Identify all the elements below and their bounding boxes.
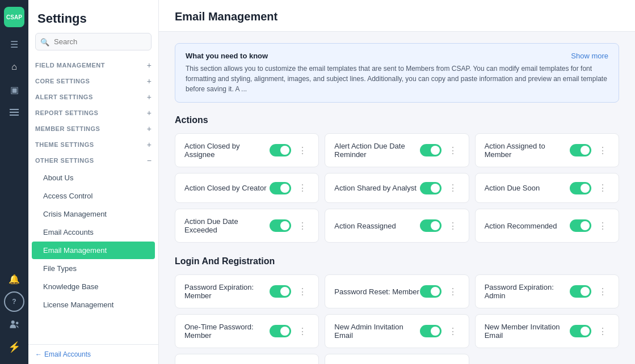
page-title: Email Management — [175, 10, 619, 23]
card-action-assigned-member: Action Assigned to Member ⋮ — [475, 133, 619, 167]
card-label: Action Closed by Creator — [184, 184, 267, 192]
svg-rect-0 — [10, 109, 19, 110]
three-dot-action-closed-creator[interactable]: ⋮ — [296, 181, 309, 194]
sidebar-section-other-settings[interactable]: OTHER SETTINGS − — [28, 153, 158, 168]
toggle-action-shared-analyst[interactable] — [420, 182, 441, 194]
card-password-expiration-member: Password Expiration: Member ⋮ — [175, 274, 319, 308]
sidebar-item-access-control[interactable]: Access Control — [32, 187, 155, 205]
three-dot-password-expiration-member[interactable]: ⋮ — [296, 285, 309, 298]
card-controls: ⋮ — [420, 181, 460, 194]
toggle-password-expiration-admin[interactable] — [570, 285, 591, 298]
card-label: Password Expiration: Member — [184, 283, 270, 300]
card-controls: ⋮ — [420, 219, 460, 232]
bell-nav-icon[interactable]: 🔔 — [4, 269, 24, 289]
three-dot-action-due-soon[interactable]: ⋮ — [596, 181, 609, 194]
field-management-label: FIELD MANAGEMENT — [35, 62, 105, 69]
toggle-action-reassigned[interactable] — [420, 219, 441, 232]
card-alert-action-due-date: Alert Action Due Date Reminder ⋮ — [325, 133, 469, 167]
sidebar-item-about-us[interactable]: About Us — [32, 169, 155, 187]
home-nav-icon[interactable]: ⌂ — [4, 57, 24, 77]
card-otp-member: One-Time Password: Member ⋮ — [175, 314, 319, 348]
login-section-title: Login And Registration — [175, 256, 619, 266]
three-dot-action-due-date-exceeded[interactable]: ⋮ — [296, 219, 309, 232]
three-dot-password-expiration-admin[interactable]: ⋮ — [596, 285, 609, 298]
toggle-action-recommended[interactable] — [570, 219, 591, 232]
search-input[interactable] — [35, 33, 152, 50]
toggle-action-closed-creator[interactable] — [270, 182, 291, 194]
card-controls: ⋮ — [270, 219, 309, 232]
three-dot-alert-action-due-date[interactable]: ⋮ — [446, 144, 460, 157]
sidebar-item-license-management[interactable]: License Management — [32, 296, 155, 314]
sidebar-search-container: 🔍 — [35, 33, 152, 50]
actions-grid: Action Closed by Assignee ⋮ Alert Action… — [175, 133, 619, 243]
sidebar-title: Settings — [28, 0, 158, 33]
question-nav-icon[interactable]: ? — [4, 291, 24, 312]
card-label: Action Recommended — [485, 222, 557, 230]
info-banner-header: What you need to know Show more — [186, 52, 608, 60]
users-nav-icon[interactable] — [4, 314, 24, 335]
svg-point-4 — [16, 322, 19, 325]
sidebar-item-file-types[interactable]: File Types — [32, 260, 155, 277]
three-dot-otp-member[interactable]: ⋮ — [296, 325, 309, 338]
card-controls: ⋮ — [270, 325, 309, 338]
three-dot-action-closed-assignee[interactable]: ⋮ — [296, 144, 309, 157]
report-settings-label: REPORT SETTINGS — [35, 109, 98, 116]
sidebar-prev-button[interactable]: ← Email Accounts — [35, 350, 91, 358]
monitor-nav-icon[interactable]: ▣ — [4, 79, 24, 100]
card-controls: ⋮ — [270, 144, 309, 157]
sidebar-section-core-settings[interactable]: CORE SETTINGS + — [28, 73, 158, 89]
three-dot-action-assigned-member[interactable]: ⋮ — [596, 144, 609, 157]
card-label: Action Assigned to Member — [485, 142, 570, 159]
svg-rect-1 — [10, 112, 19, 113]
show-more-button[interactable]: Show more — [571, 52, 608, 60]
three-dot-action-shared-analyst[interactable]: ⋮ — [446, 181, 460, 194]
sidebar-scroll-area: FIELD MANAGEMENT + CORE SETTINGS + ALERT… — [28, 57, 158, 344]
toggle-alert-action-due-date[interactable] — [420, 144, 441, 156]
info-banner: What you need to know Show more This sec… — [175, 43, 619, 103]
card-label: One-Time Password: Member — [184, 323, 270, 340]
three-dot-password-reset-member[interactable]: ⋮ — [446, 285, 460, 298]
theme-settings-expand-icon: + — [147, 140, 152, 149]
toggle-action-due-soon[interactable] — [570, 182, 591, 194]
toggle-otp-member[interactable] — [270, 325, 291, 337]
other-settings-label: OTHER SETTINGS — [35, 157, 94, 164]
main-content: Email Management What you need to know S… — [159, 0, 635, 364]
sidebar-item-email-accounts[interactable]: Email Accounts — [32, 223, 155, 241]
toggle-action-due-date-exceeded[interactable] — [270, 219, 291, 232]
card-action-closed-creator: Action Closed by Creator ⋮ — [175, 173, 319, 203]
alert-settings-expand-icon: + — [147, 92, 152, 101]
sidebar-section-member-settings[interactable]: MEMBER SETTINGS + — [28, 121, 158, 137]
card-admin-invitation: New Admin Invitation Email ⋮ — [325, 314, 469, 348]
sidebar-section-theme-settings[interactable]: THEME SETTINGS + — [28, 137, 158, 153]
main-header: Email Management — [159, 0, 635, 32]
toggle-action-closed-assignee[interactable] — [270, 144, 291, 156]
card-label: Alert Action Due Date Reminder — [334, 142, 419, 159]
three-dot-member-invitation[interactable]: ⋮ — [596, 325, 609, 338]
toggle-password-reset-member[interactable] — [420, 285, 441, 298]
sidebar-section-report-settings[interactable]: REPORT SETTINGS + — [28, 105, 158, 121]
info-banner-title: What you need to know — [186, 52, 268, 60]
sidebar-item-crisis-management[interactable]: Crisis Management — [32, 205, 155, 223]
card-otp-admin: One-Time Password: Admin ⋮ — [325, 354, 469, 364]
three-dot-action-reassigned[interactable]: ⋮ — [446, 219, 460, 232]
card-action-closed-assignee: Action Closed by Assignee ⋮ — [175, 133, 319, 167]
menu-nav-icon[interactable]: ☰ — [4, 34, 24, 54]
alert-settings-label: ALERT SETTINGS — [35, 94, 93, 100]
sidebar-item-email-management[interactable]: Email Management — [32, 242, 155, 259]
card-label: Action Due Date Exceeded — [184, 217, 270, 234]
sidebar-section-field-management[interactable]: FIELD MANAGEMENT + — [28, 57, 158, 73]
toggle-action-assigned-member[interactable] — [570, 144, 591, 156]
list-nav-icon[interactable] — [4, 102, 24, 122]
toggle-admin-invitation[interactable] — [420, 325, 441, 337]
three-dot-admin-invitation[interactable]: ⋮ — [446, 325, 460, 338]
info-banner-text: This section allows you to customize the… — [186, 64, 608, 94]
sidebar-item-knowledge-base[interactable]: Knowledge Base — [32, 278, 155, 295]
toggle-password-expiration-member[interactable] — [270, 285, 291, 298]
sidebar-section-alert-settings[interactable]: ALERT SETTINGS + — [28, 89, 158, 105]
three-dot-action-recommended[interactable]: ⋮ — [596, 219, 609, 232]
card-label: Action Shared by Analyst — [334, 184, 417, 192]
toggle-member-invitation[interactable] — [570, 325, 591, 337]
card-password-reset-member: Password Reset: Member ⋮ — [325, 274, 469, 308]
sidebar-footer: ← Email Accounts — [28, 344, 158, 364]
card-member-invitation: New Member Invitation Email ⋮ — [475, 314, 619, 348]
